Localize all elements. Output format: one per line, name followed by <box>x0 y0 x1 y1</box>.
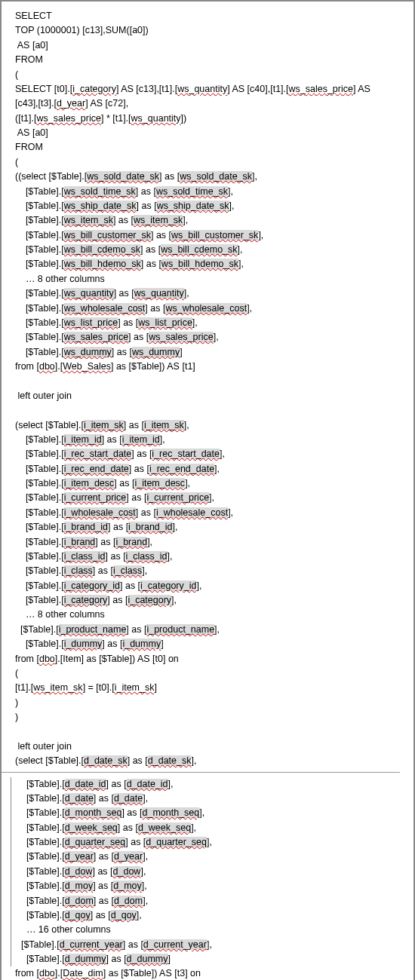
code-line: [$Table].[i_item_id] as [i_item_id], <box>15 433 413 447</box>
code-line: ([t1].[ws_sales_price] * [t1].[ws_quanti… <box>15 112 413 126</box>
code-line <box>15 374 413 388</box>
code-line: [$Table].[i_brand_id] as [i_brand_id], <box>15 520 413 534</box>
code-line: AS [a0] <box>15 38 413 53</box>
code-line: [$Table].[d_moy] as [d_moy], <box>16 879 413 893</box>
code-line: left outer join <box>15 389 413 403</box>
code-line: [$Table].[ws_item_sk] as [ws_item_sk], <box>15 213 413 228</box>
code-line: TOP (1000001) [c13],SUM([a0]) <box>15 23 413 38</box>
code-line: [$Table].[i_class] as [i_class], <box>15 564 413 578</box>
code-line: [$Table].[d_week_seq] as [d_week_seq], <box>16 821 413 835</box>
code-line: [$Table].[i_dummy] as [i_dummy] <box>15 637 413 651</box>
code-line: … 8 other columns <box>15 608 413 622</box>
code-line: from [dbo].[Date_dim] as [$Table]) AS [t… <box>15 966 413 980</box>
code-line: from [dbo].[Item] as [$Table]) AS [t0] o… <box>15 652 413 666</box>
code-line: ( <box>15 666 413 681</box>
code-line: … 8 other columns <box>15 272 413 286</box>
code-line: SELECT <box>15 9 413 23</box>
code-line: [$Table].[d_date] as [d_date], <box>16 792 413 806</box>
code-line: [$Table].[d_dom] as [d_dom], <box>16 894 413 908</box>
code-line: FROM <box>15 140 413 155</box>
code-line: ) <box>15 696 413 710</box>
code-line: [$Table].[d_dummy] as [d_dummy] <box>16 952 413 966</box>
code-line: [$Table].[ws_list_price] as [ws_list_pri… <box>15 316 413 330</box>
code-line: [$Table].[d_year] as [d_year], <box>16 850 413 864</box>
code-line: [$Table].[i_rec_end_date] as [i_rec_end_… <box>15 462 413 476</box>
code-line: ((select [$Table].[ws_sold_date_sk] as [… <box>15 170 413 184</box>
code-line: [$Table].[i_product_name] as [i_product_… <box>15 623 413 637</box>
code-line: [$Table].[ws_sold_time_sk] as [ws_sold_t… <box>15 185 413 199</box>
code-line: ( <box>15 155 413 170</box>
code-line: [$Table].[d_quarter_seq] as [d_quarter_s… <box>16 835 413 850</box>
code-line: ) <box>15 710 413 724</box>
code-line: FROM <box>15 53 413 67</box>
code-line: (select [$Table].[i_item_sk] as [i_item_… <box>15 418 413 433</box>
code-line: AS [a0] <box>15 126 413 140</box>
sql-document: SELECT TOP (1000001) [c13],SUM([a0]) AS … <box>0 0 415 980</box>
code-line: [$Table].[ws_ship_date_sk] as [ws_ship_d… <box>15 199 413 213</box>
code-line: [$Table].[ws_bill_cdemo_sk] as [ws_bill_… <box>15 243 413 257</box>
code-line <box>15 403 413 418</box>
code-line: [$Table].[i_rec_start_date] as [i_rec_st… <box>15 447 413 461</box>
code-line: [$Table].[ws_sales_price] as [ws_sales_p… <box>15 330 413 345</box>
page-separator <box>2 772 400 773</box>
code-line: [$Table].[i_brand] as [i_brand], <box>15 535 413 550</box>
code-line: [$Table].[i_class_id] as [i_class_id], <box>15 550 413 564</box>
code-line: [$Table].[i_category] as [i_category], <box>15 593 413 608</box>
code-line: [$Table].[ws_wholesale_cost] as [ws_whol… <box>15 302 413 316</box>
code-line: [$Table].[i_current_price] as [i_current… <box>15 491 413 505</box>
code-line: [$Table].[i_category_id] as [i_category_… <box>15 579 413 593</box>
revision-bar-block: [$Table].[d_date_id] as [d_date_id], [$T… <box>11 777 413 967</box>
code-line: [$Table].[ws_bill_customer_sk] as [ws_bi… <box>15 228 413 243</box>
code-line: [$Table].[ws_bill_hdemo_sk] as [ws_bill_… <box>15 257 413 271</box>
code-line <box>15 724 413 739</box>
code-line: (select [$Table].[d_date_sk] as [d_date_… <box>15 754 413 768</box>
code-line: [$Table].[i_wholesale_cost] as [i_wholes… <box>15 506 413 520</box>
code-line: … 16 other columns <box>16 923 413 937</box>
code-line: ( <box>15 68 413 82</box>
code-line: [$Table].[d_month_seq] as [d_month_seq], <box>16 806 413 820</box>
code-line: from [dbo].[Web_Sales] as [$Table]) AS [… <box>15 360 413 374</box>
code-line: [t1].[ws_item_sk] = [t0].[i_item_sk] <box>15 681 413 695</box>
code-line: left outer join <box>15 740 413 754</box>
code-line: [$Table].[d_qoy] as [d_qoy], <box>16 908 413 923</box>
code-line: [$Table].[ws_dummy] as [ws_dummy] <box>15 345 413 360</box>
code-line: [$Table].[d_dow] as [d_dow], <box>16 865 413 879</box>
code-line: [$Table].[ws_quantity] as [ws_quantity], <box>15 286 413 301</box>
code-line: [$Table].[d_date_id] as [d_date_id], <box>16 777 413 792</box>
code-line: [c43],[t3].[d_year] AS [c72], <box>15 96 413 111</box>
code-line: [$Table].[d_current_year] as [d_current_… <box>16 938 413 952</box>
code-line: [$Table].[i_item_desc] as [i_item_desc], <box>15 476 413 491</box>
code-line: SELECT [t0].[i_category] AS [c13],[t1].[… <box>15 82 413 96</box>
